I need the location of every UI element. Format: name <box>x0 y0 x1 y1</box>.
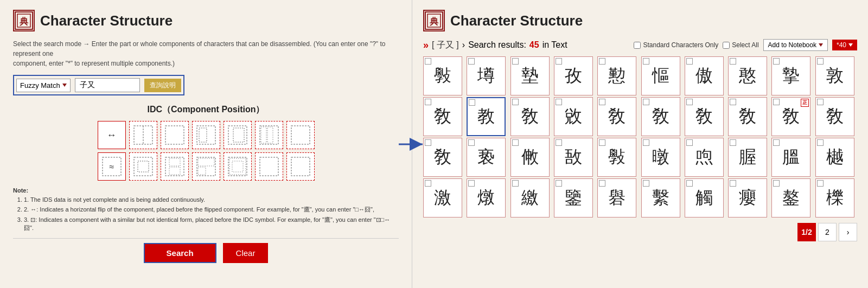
char-cell-3[interactable]: 孜 <box>554 56 593 95</box>
match-dropdown[interactable]: Fuzzy Match <box>16 79 71 92</box>
search-button[interactable]: Search <box>144 243 216 263</box>
page-current[interactable]: 1/2 <box>797 223 816 241</box>
char-cell-31[interactable]: 燉 <box>467 178 506 217</box>
char-checkbox-21[interactable] <box>468 139 475 146</box>
char-checkbox-18[interactable] <box>773 99 780 105</box>
help-button[interactable]: 查詢說明 <box>144 79 181 92</box>
char-checkbox-19[interactable] <box>817 99 824 105</box>
char-cell-15[interactable]: 敎 <box>641 97 680 136</box>
idc-cell-c3[interactable] <box>161 152 189 181</box>
char-cell-2[interactable]: 墊 <box>510 56 550 95</box>
char-checkbox-27[interactable] <box>730 139 736 146</box>
char-cell-1[interactable]: 墫 <box>467 56 506 95</box>
char-cell-4[interactable]: 懃 <box>597 56 636 95</box>
char-checkbox-12[interactable] <box>512 99 519 105</box>
char-checkbox-4[interactable] <box>599 58 605 65</box>
select-all-label[interactable]: Select All <box>723 41 758 49</box>
char-cell-23[interactable]: 敔 <box>554 138 593 177</box>
char-checkbox-22[interactable] <box>512 139 519 146</box>
char-checkbox-33[interactable] <box>556 180 562 187</box>
char-checkbox-29[interactable] <box>817 139 824 146</box>
char-cell-28[interactable]: 膃 <box>771 138 810 177</box>
char-checkbox-1[interactable] <box>468 58 475 65</box>
char-checkbox-0[interactable] <box>425 58 431 65</box>
char-cell-25[interactable]: 暾 <box>641 138 680 177</box>
char-checkbox-37[interactable] <box>730 180 736 187</box>
char-cell-35[interactable]: 繫 <box>641 178 680 217</box>
idc-cell-approx[interactable]: ≈ <box>98 152 126 181</box>
char-cell-39[interactable]: 櫟 <box>815 178 854 217</box>
char-checkbox-10[interactable] <box>425 99 431 105</box>
char-cell-34[interactable]: 礜 <box>597 178 636 217</box>
char-checkbox-32[interactable] <box>512 180 519 187</box>
clear-button[interactable]: Clear <box>223 243 269 263</box>
char-checkbox-2[interactable] <box>512 58 519 65</box>
char-cell-0[interactable]: 斅 <box>423 56 462 95</box>
char-checkbox-9[interactable] <box>817 58 824 65</box>
page-next[interactable]: › <box>839 223 857 241</box>
char-checkbox-8[interactable] <box>773 58 780 65</box>
char-cell-32[interactable]: 繳 <box>510 178 550 217</box>
char-cell-36[interactable]: 觸 <box>685 178 724 217</box>
char-checkbox-7[interactable] <box>730 58 736 65</box>
idc-cell-rb[interactable] <box>224 121 252 149</box>
char-cell-27[interactable]: 腛 <box>728 138 767 177</box>
char-cell-14[interactable]: 敎 <box>597 97 636 136</box>
char-checkbox-39[interactable] <box>817 180 824 187</box>
char-cell-8[interactable]: 摯 <box>771 56 810 95</box>
standard-only-checkbox[interactable] <box>634 42 641 49</box>
char-cell-13[interactable]: 敓 <box>554 97 593 136</box>
select-all-checkbox[interactable] <box>723 42 730 49</box>
idc-cell-single[interactable] <box>286 121 315 149</box>
char-cell-9[interactable]: 敦 <box>815 56 854 95</box>
char-cell-24[interactable]: 斅 <box>597 138 636 177</box>
char-checkbox-36[interactable] <box>686 180 693 187</box>
add-notebook-button[interactable]: Add to Notebook <box>763 39 828 51</box>
search-input[interactable] <box>75 78 140 92</box>
char-cell-19[interactable]: 敎 <box>815 97 854 136</box>
char-checkbox-6[interactable] <box>686 58 693 65</box>
idc-cell-tb[interactable] <box>161 121 189 149</box>
idc-cell-lrt[interactable] <box>255 121 283 149</box>
char-cell-6[interactable]: 傲 <box>685 56 724 95</box>
char-checkbox-17[interactable] <box>730 99 736 105</box>
char-cell-12[interactable]: 敎 <box>510 97 550 136</box>
char-checkbox-25[interactable] <box>643 139 649 146</box>
char-checkbox-11[interactable] <box>469 99 475 106</box>
char-checkbox-14[interactable] <box>599 99 605 105</box>
idc-cell-lr[interactable] <box>129 121 157 149</box>
idc-cell-c4[interactable] <box>192 152 220 181</box>
char-cell-11[interactable]: 教 <box>467 97 506 136</box>
char-cell-21[interactable]: 亵 <box>467 138 506 177</box>
char-checkbox-23[interactable] <box>556 139 562 146</box>
char-cell-16[interactable]: 敎 <box>685 97 724 136</box>
char-cell-38[interactable]: 鏊 <box>771 178 810 217</box>
char-checkbox-26[interactable] <box>686 139 693 146</box>
page-2[interactable]: 2 <box>818 223 837 241</box>
char-checkbox-28[interactable] <box>773 139 780 146</box>
char-checkbox-31[interactable] <box>468 180 475 187</box>
idc-cell-c5[interactable] <box>224 152 252 181</box>
char-cell-26[interactable]: 喣 <box>685 138 724 177</box>
char-cell-17[interactable]: 敎 <box>728 97 767 136</box>
char-cell-33[interactable]: 鑒 <box>554 178 593 217</box>
char-checkbox-24[interactable] <box>599 139 605 146</box>
char-cell-7[interactable]: 憨 <box>728 56 767 95</box>
char-checkbox-30[interactable] <box>425 180 431 187</box>
char-checkbox-16[interactable] <box>686 99 693 105</box>
idc-cell-lb[interactable] <box>192 121 220 149</box>
char-cell-29[interactable]: 樾 <box>815 138 854 177</box>
page-size-select[interactable]: *40 <box>832 40 857 50</box>
char-cell-22[interactable]: 敒 <box>510 138 550 177</box>
char-cell-18[interactable]: 正敎 <box>771 97 810 136</box>
char-checkbox-38[interactable] <box>773 180 780 187</box>
char-checkbox-5[interactable] <box>643 58 649 65</box>
standard-only-label[interactable]: Standard Characters Only <box>634 41 718 49</box>
char-checkbox-15[interactable] <box>643 99 649 105</box>
char-cell-20[interactable]: 敎 <box>423 138 462 177</box>
char-cell-37[interactable]: 癭 <box>728 178 767 217</box>
idc-cell-c7[interactable] <box>286 152 315 181</box>
idc-cell-c6[interactable] <box>255 152 283 181</box>
idc-cell-flip[interactable]: ↔ <box>98 121 126 149</box>
idc-cell-c2[interactable] <box>129 152 157 181</box>
